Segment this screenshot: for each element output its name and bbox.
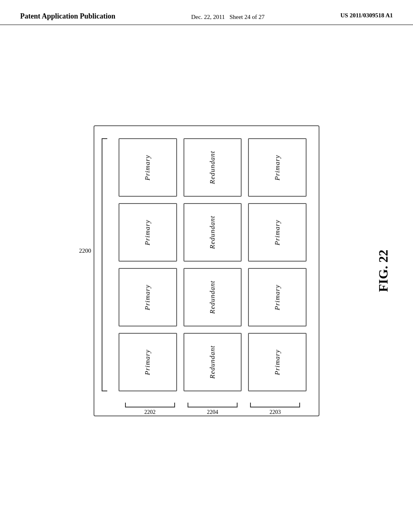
sheet: Sheet 24 of 27 bbox=[229, 14, 265, 20]
cell-r3-c2: Redundant bbox=[184, 268, 242, 326]
cell-r4-c1: Primary bbox=[119, 333, 177, 391]
cell-r2-c3: Primary bbox=[248, 203, 307, 262]
cell-label-r3-c1: Primary bbox=[144, 285, 152, 310]
page-header: Patent Application Publication Dec. 22, … bbox=[0, 0, 413, 25]
bottom-label-col1: 2202 bbox=[119, 403, 181, 416]
bottom-label-col2: 2204 bbox=[181, 403, 244, 416]
outer-label: 2200 bbox=[79, 247, 91, 254]
cell-label-r4-c3: Primary bbox=[273, 349, 282, 375]
bottom-label-col3: 2203 bbox=[244, 403, 307, 416]
bracket-col3 bbox=[250, 403, 300, 407]
col2-label: 2204 bbox=[207, 409, 218, 416]
col1-label: 2202 bbox=[144, 409, 156, 416]
bracket-col2 bbox=[188, 403, 238, 407]
date: Dec. 22, 2011 bbox=[191, 14, 225, 20]
cell-label-r1-c1: Primary bbox=[144, 155, 152, 181]
cell-r2-c1: Primary bbox=[119, 203, 177, 262]
cell-r4-c2: Redundant bbox=[184, 333, 242, 391]
cell-label-r1-c2: Redundant bbox=[209, 151, 217, 184]
cell-label-r2-c3: Primary bbox=[273, 220, 282, 245]
cell-label-r1-c3: Primary bbox=[273, 155, 282, 181]
col3-label: 2203 bbox=[269, 409, 281, 416]
patent-number: US 2011/0309518 A1 bbox=[340, 12, 393, 19]
cell-label-r4-c2: Redundant bbox=[209, 345, 217, 379]
cell-r1-c3: Primary bbox=[248, 138, 307, 197]
cell-label-r3-c3: Primary bbox=[273, 285, 282, 310]
main-content: FIG. 22 2200 Primary Redundant Primary P… bbox=[0, 25, 413, 517]
publication-label: Patent Application Publication bbox=[20, 12, 115, 21]
diagram-container: 2200 Primary Redundant Primary Primary R… bbox=[94, 125, 319, 416]
bracket-col1 bbox=[125, 403, 175, 407]
cell-label-r2-c1: Primary bbox=[144, 220, 152, 245]
cell-r1-c2: Redundant bbox=[184, 138, 242, 197]
cell-r3-c1: Primary bbox=[119, 268, 177, 326]
bottom-labels: 2202 2204 2203 bbox=[119, 403, 307, 416]
cell-r4-c3: Primary bbox=[248, 333, 307, 391]
cell-label-r2-c2: Redundant bbox=[209, 216, 217, 249]
cell-label-r4-c1: Primary bbox=[144, 349, 152, 375]
date-sheet: Dec. 22, 2011 Sheet 24 of 27 bbox=[191, 12, 265, 21]
cell-r3-c3: Primary bbox=[248, 268, 307, 326]
cell-r1-c1: Primary bbox=[119, 138, 177, 197]
cell-grid: Primary Redundant Primary Primary Redund… bbox=[119, 138, 307, 391]
outer-bracket bbox=[102, 138, 107, 391]
cell-label-r3-c2: Redundant bbox=[209, 281, 217, 314]
figure-label: FIG. 22 bbox=[376, 250, 391, 292]
cell-r2-c2: Redundant bbox=[184, 203, 242, 262]
